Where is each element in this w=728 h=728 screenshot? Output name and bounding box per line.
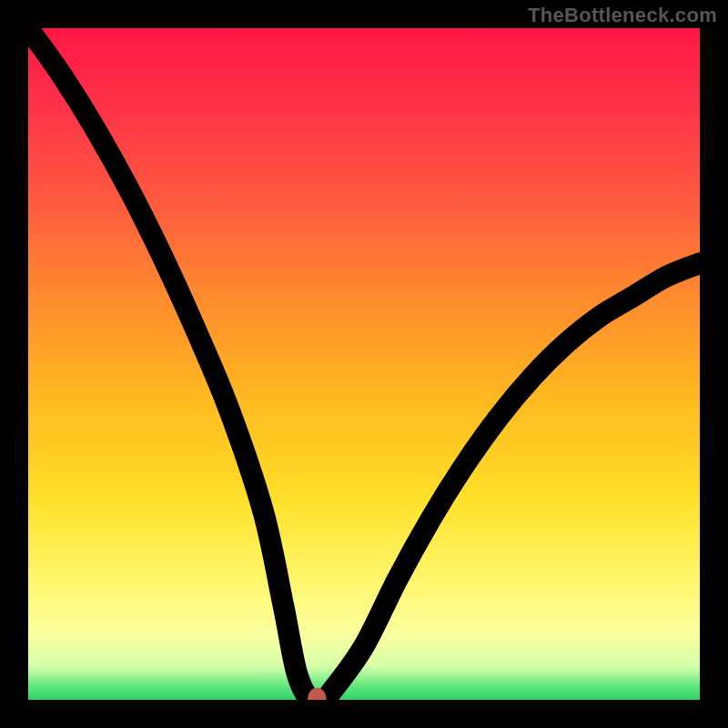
bottleneck-curve — [28, 28, 700, 700]
chart-frame: TheBottleneck.com — [0, 0, 728, 728]
watermark-text: TheBottleneck.com — [528, 4, 717, 27]
curve-svg — [28, 28, 700, 700]
plot-area — [28, 28, 700, 700]
min-marker — [311, 691, 323, 700]
